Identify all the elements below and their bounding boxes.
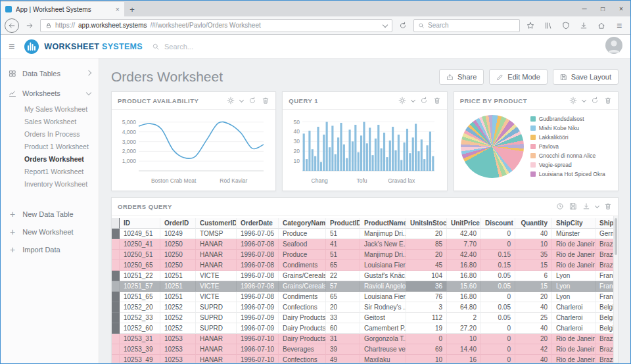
cell-unitprice[interactable]: 10 — [447, 334, 481, 344]
cell-quantity[interactable]: 42 — [515, 344, 552, 355]
table-row[interactable]: 10252_2010252SUPRD1996-07-09Confections2… — [112, 302, 618, 313]
table-row[interactable]: 10250_4110250HANAR1996-07-08Seafood41Jac… — [112, 239, 618, 250]
cell-unitsinstock[interactable]: 85 — [406, 239, 447, 250]
table-row[interactable]: 10251_5710251VICTE1996-07-08Grains/Cerea… — [112, 281, 618, 292]
cell-categoryname[interactable]: Produce — [279, 229, 326, 239]
cell-orderid[interactable]: 10251 — [160, 281, 196, 292]
cell-id[interactable]: 10251_22 — [120, 271, 160, 281]
reload-button[interactable] — [396, 18, 410, 33]
cell-productid[interactable]: 39 — [326, 344, 360, 355]
urlbar-dropdown-icon[interactable] — [383, 22, 388, 27]
cell-quantity[interactable]: 40 — [515, 323, 552, 334]
cell-quantity[interactable]: 15 — [515, 281, 552, 292]
cell-unitprice[interactable]: 27.20 — [447, 323, 481, 334]
cell-productname[interactable]: Geitost — [360, 313, 406, 323]
minimize-button[interactable]: ─ — [575, 1, 594, 16]
table-row[interactable]: 10252_6010252SUPRD1996-07-09Dairy Produc… — [112, 323, 618, 334]
cell-productname[interactable]: Manjimup Dri... — [360, 229, 406, 239]
cell-id[interactable]: 10249_51 — [120, 229, 160, 239]
row-handle[interactable] — [112, 334, 120, 344]
cell-id[interactable]: 10253_31 — [120, 334, 160, 344]
cell-customerid[interactable]: TOMSP — [196, 229, 237, 239]
table-row[interactable]: 10253_3110253HANAR1996-07-10Dairy Produc… — [112, 334, 618, 344]
cell-orderid[interactable]: 10251 — [160, 271, 196, 281]
refresh-icon[interactable] — [420, 97, 428, 104]
cell-categoryname[interactable]: Beverages — [279, 344, 326, 355]
cell-orderdate[interactable]: 1996-07-09 — [237, 313, 279, 323]
cell-unitsinstock[interactable]: 3 — [406, 302, 447, 313]
cell-orderid[interactable]: 10252 — [160, 302, 196, 313]
chevron-down-icon[interactable] — [595, 203, 599, 208]
cell-discount[interactable]: 0.15 — [481, 260, 515, 271]
downloads-button[interactable] — [576, 18, 591, 33]
row-handle[interactable] — [112, 292, 120, 302]
row-handle[interactable] — [112, 313, 120, 323]
cell-shipcity[interactable]: Rio de Janeiro — [552, 334, 596, 344]
cell-unitsinstock[interactable]: 104 — [406, 271, 447, 281]
cell-orderid[interactable]: 10253 — [160, 344, 196, 355]
cell-shipcity[interactable]: Münster — [552, 229, 596, 239]
cell-discount[interactable]: 0.05 — [481, 271, 515, 281]
cell-customerid[interactable]: HANAR — [196, 260, 237, 271]
cell-orderid[interactable]: 10253 — [160, 355, 196, 363]
bookmark-star-button[interactable] — [523, 18, 538, 33]
sidebar-item-inventory-worksheet[interactable]: Inventory Worksheet — [1, 178, 99, 191]
cell-unitsinstock[interactable]: 10 — [406, 355, 447, 363]
cell-productid[interactable]: 41 — [326, 239, 360, 250]
tab-close-icon[interactable]: × — [116, 5, 120, 13]
cell-id[interactable]: 10252_20 — [120, 302, 160, 313]
cell-quantity[interactable]: 15 — [515, 260, 552, 271]
cell-categoryname[interactable]: Grains/Cereals — [279, 271, 326, 281]
export-icon[interactable] — [582, 202, 590, 210]
cell-unitsinstock[interactable]: 0 — [406, 334, 447, 344]
cell-unitprice[interactable]: 15.60 — [447, 281, 481, 292]
cell-discount[interactable]: 0 — [481, 355, 515, 363]
cell-unitprice[interactable]: 7.70 — [447, 239, 481, 250]
cell-discount[interactable]: 0 — [481, 344, 515, 355]
cell-unitsinstock[interactable]: 36 — [406, 281, 447, 292]
cell-orderdate[interactable]: 1996-07-08 — [237, 292, 279, 302]
cell-productname[interactable]: Gorgonzola T... — [360, 334, 406, 344]
gear-icon[interactable] — [227, 97, 235, 104]
cell-categoryname[interactable]: Dairy Products — [279, 334, 326, 344]
cell-unitprice[interactable]: 16.80 — [447, 260, 481, 271]
column-header-quantity[interactable]: Quantity — [515, 218, 552, 229]
cell-productid[interactable]: 51 — [326, 229, 360, 239]
table-row[interactable]: 10253_4910253HANAR1996-07-10Confections4… — [112, 355, 618, 363]
cell-discount[interactable]: 0 — [481, 292, 515, 302]
cell-orderdate[interactable]: 1996-07-09 — [237, 323, 279, 334]
cell-unitsinstock[interactable]: 20 — [406, 229, 447, 239]
chevron-down-icon[interactable] — [411, 97, 415, 102]
table-row[interactable]: 10250_6510250HANAR1996-07-08Condiments65… — [112, 260, 618, 271]
row-handle[interactable] — [112, 323, 120, 334]
cell-categoryname[interactable]: Confections — [279, 302, 326, 313]
cell-orderdate[interactable]: 1996-07-10 — [237, 355, 279, 363]
cell-shipcity[interactable]: Charleroi — [552, 313, 596, 323]
cell-shipcity[interactable]: Charleroi — [552, 323, 596, 334]
cell-orderid[interactable]: 10249 — [160, 229, 196, 239]
cell-productname[interactable]: Maxilaku — [360, 355, 406, 363]
cell-shipcity[interactable]: Lyon — [552, 281, 596, 292]
cell-orderdate[interactable]: 1996-07-10 — [237, 334, 279, 344]
cell-categoryname[interactable]: Confections — [279, 355, 326, 363]
cell-id[interactable]: 10250_51 — [120, 250, 160, 260]
cell-id[interactable]: 10253_49 — [120, 355, 160, 363]
cell-discount[interactable]: 0 — [481, 323, 515, 334]
app-logo[interactable]: WORKSHEET SYSTEMS — [24, 39, 143, 55]
cell-productid[interactable]: 51 — [326, 250, 360, 260]
cell-shipcity[interactable]: Lyon — [552, 292, 596, 302]
refresh-icon[interactable] — [248, 97, 256, 104]
cell-orderdate[interactable]: 1996-07-08 — [237, 281, 279, 292]
cell-unitprice[interactable]: 16 — [447, 355, 481, 363]
row-handle[interactable] — [112, 239, 120, 250]
cell-shipcity[interactable]: Rio de Janeiro — [552, 260, 596, 271]
cell-customerid[interactable]: VICTE — [196, 271, 237, 281]
cell-unitsinstock[interactable]: 76 — [406, 292, 447, 302]
cell-quantity[interactable]: 40 — [515, 355, 552, 363]
column-header-shipcity[interactable]: ShipCity — [552, 218, 596, 229]
cell-quantity[interactable]: 40 — [515, 229, 552, 239]
cell-id[interactable]: 10251_65 — [120, 292, 160, 302]
scrollbar-thumb[interactable] — [615, 218, 617, 255]
cell-orderdate[interactable]: 1996-07-08 — [237, 239, 279, 250]
cell-quantity[interactable]: 40 — [515, 302, 552, 313]
